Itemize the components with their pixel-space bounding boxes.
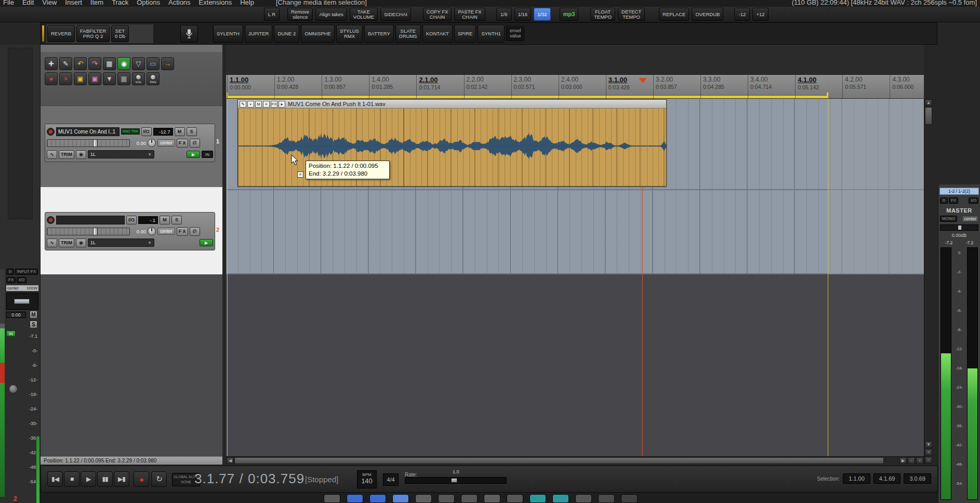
synth1-button[interactable]: SYNTH1	[478, 25, 504, 43]
menu-item[interactable]: Item	[90, 0, 103, 5]
properties-icon[interactable]: ▸	[279, 101, 285, 108]
take-volume-button[interactable]: TAKE VOLUME	[350, 8, 378, 21]
kontakt-button[interactable]: KONTAKT	[422, 25, 453, 43]
lock-icon[interactable]: ▪	[247, 101, 254, 108]
monitor-fx-icon[interactable]: ▭	[147, 57, 160, 70]
menu-extensions[interactable]: Extensions	[199, 0, 232, 5]
align-takes-button[interactable]: Align takes	[315, 8, 347, 21]
fx-bypass-button[interactable]: ∅	[190, 227, 200, 236]
set-0db-button[interactable]: SET 0 Db	[111, 25, 129, 42]
pause-button[interactable]: ▮▮	[97, 471, 113, 487]
ruler-tick[interactable]: 3.2.000:03.857	[653, 75, 700, 98]
ruler-tick[interactable]: 4.2.000:05.571	[842, 75, 890, 98]
dock-button[interactable]	[529, 494, 546, 503]
scroll-down-icon[interactable]: ▼	[925, 441, 932, 448]
mute-button[interactable]: M	[160, 216, 170, 224]
horizontal-scrollbar[interactable]: ◀ ▶ − +	[226, 456, 924, 464]
fx-bypass-button[interactable]: ∅	[190, 139, 200, 148]
battery-button[interactable]: BATTERY	[364, 25, 394, 43]
power-button[interactable]: ⊙	[940, 197, 948, 204]
play-button[interactable]: ▶	[81, 471, 96, 487]
dock-button[interactable]	[575, 494, 592, 503]
transport-position-display[interactable]: 3.1.77 / 0:03.759	[194, 471, 304, 487]
pencil-tool-icon[interactable]: ✎	[59, 57, 72, 70]
ruler-tick[interactable]: 3.3.000:04.285	[700, 75, 748, 98]
hardware-routing-label[interactable]: 1-2 / 1-2(2)	[939, 188, 979, 195]
hscroll-thumb[interactable]	[234, 457, 884, 464]
scroll-up-icon[interactable]: ▲	[925, 99, 932, 106]
track-lane-2[interactable]	[226, 190, 924, 274]
pitch-minus-12-button[interactable]: -12	[734, 8, 750, 21]
dock-button[interactable]	[415, 494, 432, 503]
monitor-button[interactable]: ▶	[200, 239, 213, 246]
dock-button[interactable]	[438, 494, 455, 503]
remove-icon[interactable]: ×	[59, 72, 72, 85]
grid-1-8-button[interactable]: 1/8	[496, 8, 512, 21]
grid-1-16-button[interactable]: 1/16	[514, 8, 532, 21]
replace-button[interactable]: REPLACE	[659, 8, 689, 21]
mouse-tool-icon[interactable]: ✚	[45, 57, 58, 70]
menu-help[interactable]: Help	[240, 0, 254, 5]
fx-item-icon[interactable]: FX	[271, 101, 277, 108]
copy-fx-chain-button[interactable]: COPY FX CHAIN	[423, 8, 452, 21]
vol-knob-icon[interactable]: VOL	[132, 72, 145, 85]
marker-lane[interactable]	[226, 45, 924, 75]
grid-icon[interactable]: ▦	[103, 57, 116, 70]
vertical-scrollbar[interactable]: ▲ ▼ + −	[924, 99, 933, 464]
lr-button[interactable]: L R	[264, 8, 280, 21]
selection-start-value[interactable]: 1.1.00	[843, 473, 870, 484]
ruler-tick[interactable]: 1.4.000:01.285	[369, 75, 416, 98]
solo-button[interactable]: S	[30, 321, 37, 328]
menu-file[interactable]: File	[3, 0, 14, 5]
filter-tool-icon[interactable]: ▽	[132, 57, 145, 70]
dock-button[interactable]	[598, 494, 615, 503]
ruler-tick[interactable]: 2.4.000:03.000	[559, 75, 606, 98]
selection-length-value[interactable]: 3.0.69	[904, 473, 931, 484]
sidechain-button[interactable]: SIDECHAI	[380, 8, 411, 21]
zoom-tool-icon[interactable]: ◉	[117, 57, 130, 70]
io-button[interactable]: I/O	[126, 216, 137, 224]
pan-knob[interactable]	[148, 227, 156, 235]
undo-icon[interactable]: ↶	[74, 57, 87, 70]
master-volume-fader[interactable]	[940, 224, 978, 231]
ruler-tick[interactable]: 4.1.000:05.142	[795, 75, 842, 98]
snap-grid-icon[interactable]: ▦	[117, 72, 130, 85]
grid-1-32-button[interactable]: 1/32	[534, 8, 551, 21]
dock-button[interactable]	[461, 494, 478, 503]
timeline-ruler[interactable]: 1.1.000:00.0001.2.000:00.4281.3.000:00.8…	[226, 75, 924, 99]
ruler-tick[interactable]: 4.3.000:06.000	[890, 75, 924, 98]
mono-button[interactable]: MONO	[940, 216, 957, 222]
menu-actions[interactable]: Actions	[168, 0, 191, 5]
solo-button[interactable]: S	[187, 127, 197, 136]
menu-view[interactable]: View	[42, 0, 57, 5]
scroll-right-icon[interactable]: ▶	[899, 457, 907, 464]
folder-add-icon[interactable]: ▣	[74, 72, 87, 85]
pan-knob[interactable]	[9, 385, 18, 393]
menu-track[interactable]: Track	[112, 0, 128, 5]
vzoom-in-icon[interactable]: +	[925, 449, 932, 456]
io-button[interactable]: I/O	[969, 197, 978, 204]
ruler-tick[interactable]: 1.1.000:00.000	[227, 75, 274, 98]
remove-silence-button[interactable]: Remove silence	[287, 8, 313, 21]
dock-button[interactable]	[552, 494, 569, 503]
input-select-dropdown[interactable]: 1L▼	[88, 150, 154, 158]
menu-options[interactable]: Options	[137, 0, 160, 5]
input-button[interactable]: IN	[202, 151, 213, 158]
dune2-button[interactable]: DUNE 2	[274, 25, 299, 43]
paste-fx-chain-button[interactable]: PASTE FX CHAIN	[454, 8, 485, 21]
fx-button[interactable]: FX	[6, 277, 16, 283]
fx-button[interactable]: F X	[177, 139, 188, 148]
mixer-volume-fader[interactable]	[6, 293, 38, 310]
record-mode-icon[interactable]: ●	[45, 72, 58, 85]
sylenth-button[interactable]: SYLENTH	[213, 25, 243, 43]
input-select-dropdown[interactable]: 1L▼	[88, 239, 154, 247]
trim-button[interactable]: TRIM	[59, 239, 74, 247]
stylus-rmx-button[interactable]: STYLUS RMX	[336, 25, 363, 43]
time-signature-button[interactable]: 4/4	[383, 473, 399, 486]
ruler-tick[interactable]: 1.3.000:00.857	[322, 75, 369, 98]
ruler-tick[interactable]: 2.3.000:02.571	[511, 75, 559, 98]
scroll-left-icon[interactable]: ◀	[227, 457, 234, 464]
fx-button[interactable]: FX	[949, 197, 958, 204]
envelope-button[interactable]: ∿	[47, 239, 57, 247]
io-button[interactable]: I/O	[141, 127, 152, 136]
